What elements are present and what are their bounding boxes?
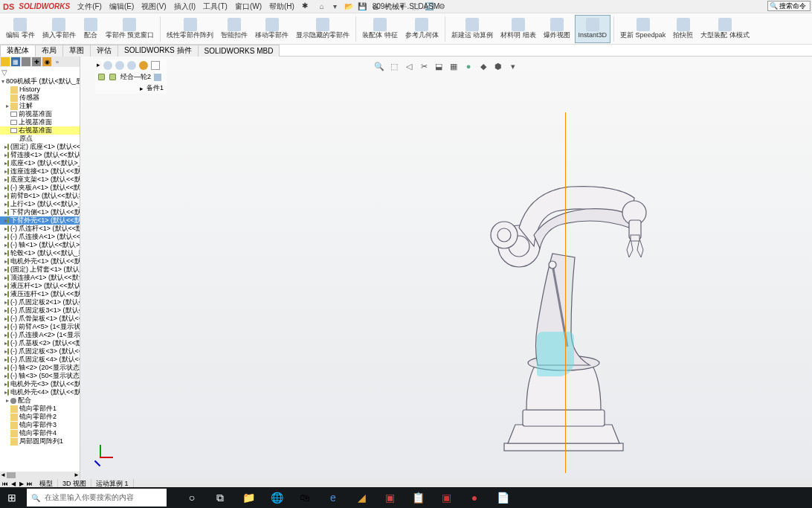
tree-item[interactable]: 前视基准面 bbox=[0, 110, 80, 118]
graphics-viewport[interactable]: ▸ 经合—轮2 ▸ 备件1 🔍 ⬚ ◁ ✂ ⬓ bbox=[80, 57, 812, 479]
tree-item[interactable]: ▸(-) 爪连接A<2> (1<显示状 bbox=[0, 331, 80, 339]
scroll-left-icon[interactable]: ◄ bbox=[0, 472, 6, 479]
tab-next-icon[interactable]: ▶ bbox=[18, 480, 25, 487]
tree-item[interactable]: History bbox=[0, 86, 80, 94]
solidworks-taskbar-icon[interactable]: ▣ bbox=[439, 490, 454, 505]
menu-file[interactable]: 文件(F) bbox=[74, 1, 105, 12]
display-style-icon[interactable]: ▦ bbox=[448, 61, 459, 71]
panel-more-icon[interactable]: » bbox=[53, 57, 62, 66]
tree-item[interactable]: ▸(固定) 底座<1> (默认<<默 bbox=[0, 143, 80, 151]
feature-tree-tab-icon[interactable] bbox=[1, 57, 10, 66]
motion-study-button[interactable]: 新建运 动算例 bbox=[448, 15, 497, 43]
orientation-triad[interactable] bbox=[94, 442, 116, 464]
search-command-box[interactable]: 🔍 搜索命令 bbox=[767, 1, 811, 11]
insert-component-button[interactable]: 插入零部件 bbox=[39, 15, 79, 43]
mate-button[interactable]: 配合 bbox=[80, 15, 101, 43]
store-icon[interactable]: 🛍 bbox=[297, 490, 312, 505]
tab-addins[interactable]: SOLIDWORKS 插件 bbox=[117, 45, 199, 57]
tree-item[interactable]: ▸(-) 爪固定板<4> (默认<<默 bbox=[0, 356, 80, 364]
tab-first-icon[interactable]: ⏮ bbox=[1, 480, 9, 487]
new-icon[interactable]: ▾ bbox=[330, 1, 341, 12]
instant3d-button[interactable]: Instant3D bbox=[575, 15, 611, 43]
tree-item[interactable]: 镜向零部件2 bbox=[0, 413, 80, 421]
linear-pattern-button[interactable]: 线性零部件阵列 bbox=[164, 15, 216, 43]
cortana-icon[interactable]: ○ bbox=[184, 490, 199, 505]
flyout-row-2[interactable]: ▸ 备件1 bbox=[95, 83, 167, 94]
tree-item[interactable]: ▸电机外壳<3> (默认<<默认 bbox=[0, 380, 80, 388]
taskview-icon[interactable]: ⧉ bbox=[213, 490, 228, 505]
tab-prev-icon[interactable]: ◀ bbox=[10, 480, 17, 487]
tree-item[interactable]: ▸液压杆<1> (默认<<默认> bbox=[0, 282, 80, 290]
home-icon[interactable]: ⌂ bbox=[317, 1, 327, 12]
windows-search-box[interactable]: 🔍 在这里输入你要搜索的内容 bbox=[27, 489, 167, 507]
tree-item[interactable]: ▸底座<1> (默认<<默认>_显 bbox=[0, 159, 80, 167]
feature-tree[interactable]: ▾ 809机械手 (默认<默认_显示状 History传感器▸注解前视基准面上视… bbox=[0, 77, 80, 472]
menu-help[interactable]: 帮助(H) bbox=[266, 1, 297, 12]
flyout-feature-tree[interactable]: ▸ 经合—轮2 ▸ 备件1 bbox=[95, 60, 167, 94]
app-icon-3[interactable]: 📋 bbox=[410, 490, 425, 505]
view-orientation-icon[interactable]: ⬓ bbox=[434, 61, 444, 71]
menu-star[interactable]: ✱ bbox=[299, 1, 311, 12]
bom-button[interactable]: 材料明 细表 bbox=[497, 15, 539, 43]
tab-sketch[interactable]: 草图 bbox=[62, 45, 91, 57]
property-manager-tab-icon[interactable]: ▦ bbox=[11, 57, 20, 66]
tree-filter-bar[interactable]: ▽ bbox=[0, 67, 80, 77]
apply-scene-icon[interactable]: ⬢ bbox=[493, 61, 503, 71]
assembly-feature-button[interactable]: 装配体 特征 bbox=[359, 15, 401, 43]
expand-icon[interactable]: ▸ bbox=[4, 397, 10, 405]
tree-item[interactable]: ▸(-) 轴<3> (50<显示状态-显 bbox=[0, 372, 80, 380]
tree-item[interactable]: 镜向零部件4 bbox=[0, 429, 80, 437]
snapshot-button[interactable]: 拍快照 bbox=[670, 15, 696, 43]
flyout-icon-5[interactable] bbox=[151, 61, 160, 70]
flyout-row-1[interactable]: 经合—轮2 bbox=[95, 71, 167, 83]
tree-item[interactable]: ▸(-) 爪连接A<1> (默认<<默 bbox=[0, 233, 80, 241]
tree-item[interactable]: 镜向零部件1 bbox=[0, 405, 80, 413]
app-icon-1[interactable]: ◢ bbox=[354, 490, 369, 505]
menu-tools[interactable]: 工具(T) bbox=[200, 1, 231, 12]
edit-part-button[interactable]: 编辑 零件 bbox=[3, 15, 38, 43]
tree-item[interactable]: ▸(-) 前臂A<5> (1<显示状态 bbox=[0, 323, 80, 331]
config-manager-tab-icon[interactable] bbox=[22, 57, 30, 66]
tree-item[interactable]: ▸(-) 爪连杆<1> (默认<<默认 bbox=[0, 225, 80, 233]
scroll-right-icon[interactable]: ► bbox=[74, 472, 80, 479]
tree-item[interactable]: 上视基准面 bbox=[0, 118, 80, 126]
tab-last-icon[interactable]: ⏭ bbox=[26, 480, 33, 487]
tree-item[interactable]: ▸前臂B<1> (默认<<默认>_ bbox=[0, 192, 80, 200]
tree-item[interactable]: ▸下臂内侧<1> (默认<<默认 bbox=[0, 208, 80, 216]
dimxpert-tab-icon[interactable]: ✚ bbox=[32, 57, 41, 66]
app-icon-2[interactable]: ▣ bbox=[382, 490, 397, 505]
tree-item[interactable]: 局部圆周阵列1 bbox=[0, 437, 80, 446]
ref-geometry-button[interactable]: 参考几何体 bbox=[402, 15, 442, 43]
tree-item[interactable]: ▸电机外壳<1> (默认<<默认 bbox=[0, 257, 80, 266]
tab-evaluate[interactable]: 评估 bbox=[90, 45, 118, 57]
tab-assembly[interactable]: 装配体 bbox=[0, 45, 36, 57]
tree-item[interactable]: ▸连座连接<1> (默认<<默认 bbox=[0, 167, 80, 176]
expand-icon[interactable]: ▸ bbox=[4, 103, 10, 110]
tree-item[interactable]: ▸配合 bbox=[0, 396, 80, 405]
flyout-expand-icon[interactable]: ▸ bbox=[97, 61, 100, 70]
view-settings-icon[interactable]: ▾ bbox=[508, 61, 518, 71]
save-icon[interactable]: 💾 bbox=[357, 1, 367, 12]
menu-edit[interactable]: 编辑(E) bbox=[106, 1, 137, 12]
hide-show-icon[interactable]: ● bbox=[463, 61, 474, 71]
tree-item[interactable]: ▸液压连杆<1> (默认<<默认 bbox=[0, 290, 80, 298]
robot-arm-model[interactable] bbox=[422, 116, 675, 466]
preview-window-button[interactable]: 零部件 预览窗口 bbox=[103, 15, 158, 43]
tree-item[interactable]: ▸(-) 爪固定板2<1> (默认<< bbox=[0, 298, 80, 306]
record-icon[interactable]: ● bbox=[467, 490, 482, 505]
app-icon-4[interactable]: 📄 bbox=[495, 490, 510, 505]
tree-item[interactable]: ▸电机外壳<4> (默认<<默认 bbox=[0, 388, 80, 396]
tree-item[interactable]: ▸(-) 爪固定板<3> (默认<<默 bbox=[0, 347, 80, 356]
tab-layout[interactable]: 布局 bbox=[35, 45, 63, 57]
menu-window[interactable]: 窗口(W) bbox=[232, 1, 265, 12]
tree-root[interactable]: ▾ 809机械手 (默认<默认_显示状 bbox=[0, 77, 80, 86]
tree-item[interactable]: 传感器 bbox=[0, 94, 80, 102]
display-manager-tab-icon[interactable]: ◉ bbox=[42, 57, 51, 66]
expand-icon[interactable]: ▾ bbox=[1, 78, 4, 86]
tree-item[interactable]: 原点 bbox=[0, 135, 80, 143]
tab-mbd[interactable]: SOLIDWORKS MBD bbox=[198, 45, 280, 57]
tree-item[interactable]: ▸底座支架<1> (默认<<默认 bbox=[0, 176, 80, 184]
flyout-icon-4[interactable] bbox=[139, 61, 148, 70]
tree-item[interactable]: ▸(-) 夹板A<1> (默认<<默认 bbox=[0, 184, 80, 192]
tree-item[interactable]: ▸(-) 轴<2> (20<显示状态- bbox=[0, 364, 80, 372]
